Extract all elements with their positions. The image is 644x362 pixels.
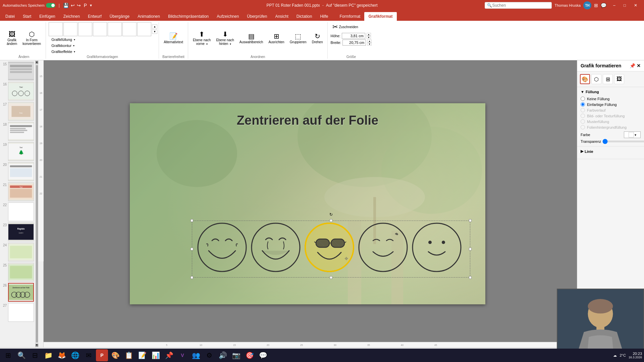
start-icon[interactable]: ⊞ [2,349,14,361]
slide-thumb-25[interactable]: 25 [1,263,34,282]
drehen-button[interactable]: ↻ Drehen [310,32,325,45]
slide-thumb-21[interactable]: 21 Titel [1,182,34,201]
ebene-vorne-button[interactable]: ⬆ Ebene nachvorne ▾ [191,29,213,47]
shape-preset-1[interactable] [49,22,63,36]
save-icon[interactable]: 💾 [63,3,69,8]
slide-panel-scrollbar[interactable]: ▲ ▼ [36,60,38,347]
slide-thumb-17[interactable]: 17 Foto [1,102,34,121]
line-section-title[interactable]: ▶ Linie [581,149,641,154]
explorer-icon[interactable]: 📁 [42,349,54,361]
grafikeffekte-button[interactable]: Grafikeffekte ▾ [50,49,76,54]
option-farbverlauf[interactable]: Farbverlauf [581,108,641,112]
tab-aufzeichnen[interactable]: Aufzeichnen [213,12,243,21]
radio-folie-bg[interactable] [581,125,585,129]
emoji-3[interactable]: ⌖ [305,223,354,272]
in-form-button[interactable]: ⬡ In Formkonvertieren [20,29,43,47]
tab-grafikformat[interactable]: Grafikformat [364,12,396,21]
slide-thumb-23[interactable]: 23 RapidoGMBH [1,223,34,241]
ebene-hinten-button[interactable]: ⬇ Ebene nachhinten ▾ [214,29,236,47]
tab-start[interactable]: Start [19,12,35,21]
ribbon-toggle[interactable]: ⊞ [594,3,598,8]
effect-type-icon[interactable]: ⬡ [591,74,601,84]
option-folie-hintergrund[interactable]: Folienhintergrundfüllung [581,125,641,129]
width-up[interactable]: ▲ [367,40,372,43]
grafikkontur-button[interactable]: Grafikkontur ▾ [50,43,76,48]
width-down[interactable]: ▼ [367,43,372,46]
radio-farbverlauf[interactable] [581,108,585,112]
zuschneiden-button[interactable]: ✂ Zuschneiden [330,22,360,32]
radio-einfarbig[interactable] [581,102,585,107]
search-input[interactable] [492,3,546,8]
onenote-icon[interactable]: 📌 [163,349,175,361]
shape-preset-6[interactable] [122,22,137,36]
preset-down[interactable]: ▼ [152,29,157,34]
grafik-aendern-button[interactable]: 🖼 Grafikändern [5,29,19,47]
grafikfuellung-button[interactable]: Grafikfüllung ▾ [50,37,76,42]
tab-animationen[interactable]: Animationen [133,12,164,21]
slide-thumb-19[interactable]: 19 Titel🌲 [1,142,34,161]
search-box[interactable]: 🔍 [485,2,552,9]
taskbar-search[interactable]: 🔍 [15,349,28,361]
tab-ueberpruefen[interactable]: Überprüfen [243,12,271,21]
slide-thumb-15[interactable]: 15 [1,62,34,80]
tab-uebergaenge[interactable]: Übergänge [106,12,133,21]
fill-section-title[interactable]: ▼ Füllung [581,90,641,94]
height-input[interactable] [342,33,365,39]
undo-icon[interactable]: ↩ [71,3,75,8]
panel-close-icon[interactable]: ✕ [637,63,641,68]
shape-preset-5[interactable] [108,22,122,36]
quick-access-dropdown[interactable]: ▾ [90,3,92,8]
notepad-icon[interactable]: 📝 [136,349,148,361]
slide-thumb-24[interactable]: 24 [1,243,34,261]
minimize-button[interactable]: – [609,0,620,11]
slide-thumb-22[interactable]: 22 [1,202,34,221]
radio-bild-textur[interactable] [581,114,585,118]
emoji-1[interactable] [198,223,246,272]
clipboard-icon[interactable]: 📋 [123,349,135,361]
slide-thumb-20[interactable]: 20 [1,162,34,181]
transparency-slider[interactable] [602,141,644,142]
emoji-2[interactable] [252,223,300,272]
tab-hilfe[interactable]: Hilfe [316,12,332,21]
option-einfarbig[interactable]: Einfarbige Füllung [581,102,641,107]
tab-zeichnen[interactable]: Zeichnen [59,12,84,21]
ausrichten-button[interactable]: ⊞ Ausrichten [266,32,286,45]
teams-icon[interactable]: 👥 [190,349,202,361]
maximize-button[interactable]: □ [620,0,630,11]
layout-type-icon[interactable]: ⊞ [603,74,613,84]
app8-icon[interactable]: 📷 [230,349,242,361]
preset-up[interactable]: ▲ [152,24,157,29]
emoji-4[interactable] [359,223,407,272]
tab-bildschirm[interactable]: Bildschirmpräsentation [164,12,213,21]
shape-preset-3[interactable] [78,22,92,36]
visio-icon[interactable]: V [176,349,189,361]
emoji-5[interactable] [413,223,461,272]
auswahlbereich-button[interactable]: ▤ Auswahlbereich [237,32,265,45]
tab-datei[interactable]: Datei [1,12,19,21]
paint-icon[interactable]: 🎨 [109,349,121,361]
rotate-handle[interactable]: ↻ [329,212,333,217]
app10-icon[interactable]: 💬 [257,349,269,361]
mail-icon[interactable]: ✉ [83,349,95,361]
option-muster[interactable]: Musterfüllung [581,119,641,124]
shape-preset-7[interactable] [137,22,151,36]
powerpoint-icon[interactable]: P [96,349,108,361]
scroll-up[interactable]: ▲ [36,61,38,64]
height-up[interactable]: ▲ [367,33,371,36]
scroll-down[interactable]: ▼ [36,344,38,347]
shape-preset-2[interactable] [63,22,77,36]
taskview-icon[interactable]: ⊟ [29,349,41,361]
app7-icon[interactable]: 🔊 [217,349,229,361]
redo-icon[interactable]: ↪ [77,3,81,8]
gruppieren-button[interactable]: ⬚ Gruppieren [288,32,309,45]
excel-icon[interactable]: 📊 [150,349,162,361]
option-bild-textur[interactable]: Bild- oder Texturfüllung [581,114,641,118]
autosave-toggle[interactable]: Automatisches Speichern [3,3,55,8]
image-type-icon[interactable]: 🖼 [614,74,624,84]
close-button[interactable]: ✕ [630,0,641,11]
comments-icon[interactable]: 💬 [601,3,606,8]
height-down[interactable]: ▼ [367,36,371,39]
alternativtext-button[interactable]: 📝 Alternativtext [162,32,185,45]
option-keine-fuellung[interactable]: Keine Füllung [581,97,641,101]
firefox-icon[interactable]: 🦊 [56,349,68,361]
